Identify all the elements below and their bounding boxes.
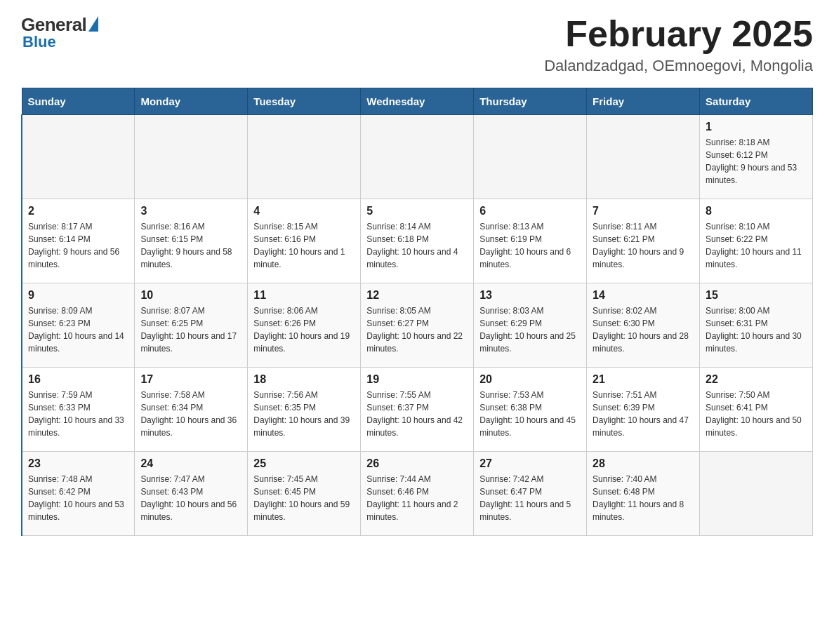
day-info: Sunrise: 7:51 AM Sunset: 6:39 PM Dayligh… (593, 389, 694, 439)
day-number: 22 (706, 373, 807, 386)
calendar-cell (248, 115, 361, 199)
day-header-tuesday: Tuesday (248, 88, 361, 115)
calendar-cell: 19Sunrise: 7:55 AM Sunset: 6:37 PM Dayli… (361, 368, 474, 452)
week-row-5: 23Sunrise: 7:48 AM Sunset: 6:42 PM Dayli… (22, 452, 813, 536)
calendar-cell: 12Sunrise: 8:05 AM Sunset: 6:27 PM Dayli… (361, 283, 474, 368)
day-info: Sunrise: 7:58 AM Sunset: 6:34 PM Dayligh… (140, 389, 241, 439)
day-number: 8 (706, 205, 807, 217)
day-header-monday: Monday (135, 88, 248, 115)
day-info: Sunrise: 8:03 AM Sunset: 6:29 PM Dayligh… (479, 304, 581, 355)
day-info: Sunrise: 7:40 AM Sunset: 6:48 PM Dayligh… (593, 473, 694, 523)
day-info: Sunrise: 7:53 AM Sunset: 6:38 PM Dayligh… (479, 389, 581, 439)
day-header-friday: Friday (587, 88, 700, 115)
day-number: 23 (28, 457, 128, 470)
day-header-sunday: Sunday (22, 88, 135, 115)
calendar-cell: 10Sunrise: 8:07 AM Sunset: 6:25 PM Dayli… (135, 283, 248, 368)
day-header-thursday: Thursday (474, 88, 587, 115)
day-number: 16 (28, 373, 128, 386)
day-number: 4 (253, 205, 355, 217)
calendar-cell: 17Sunrise: 7:58 AM Sunset: 6:34 PM Dayli… (135, 368, 248, 452)
day-info: Sunrise: 7:45 AM Sunset: 6:45 PM Dayligh… (253, 473, 355, 523)
day-number: 27 (479, 457, 581, 470)
day-number: 14 (593, 289, 694, 302)
day-number: 13 (479, 289, 581, 302)
day-info: Sunrise: 7:42 AM Sunset: 6:47 PM Dayligh… (479, 473, 581, 523)
day-number: 9 (28, 289, 128, 302)
calendar-header-row: SundayMondayTuesdayWednesdayThursdayFrid… (22, 88, 813, 115)
week-row-4: 16Sunrise: 7:59 AM Sunset: 6:33 PM Dayli… (22, 368, 813, 452)
day-info: Sunrise: 8:16 AM Sunset: 6:15 PM Dayligh… (140, 220, 241, 271)
day-number: 17 (140, 373, 241, 386)
day-info: Sunrise: 7:44 AM Sunset: 6:46 PM Dayligh… (366, 473, 468, 523)
day-number: 11 (253, 289, 355, 302)
day-info: Sunrise: 8:15 AM Sunset: 6:16 PM Dayligh… (253, 220, 355, 271)
calendar-cell: 4Sunrise: 8:15 AM Sunset: 6:16 PM Daylig… (248, 199, 361, 283)
calendar-cell: 23Sunrise: 7:48 AM Sunset: 6:42 PM Dayli… (22, 452, 135, 536)
week-row-2: 2Sunrise: 8:17 AM Sunset: 6:14 PM Daylig… (22, 199, 813, 283)
day-number: 20 (479, 373, 581, 386)
calendar-cell: 16Sunrise: 7:59 AM Sunset: 6:33 PM Dayli… (22, 368, 135, 452)
day-info: Sunrise: 8:14 AM Sunset: 6:18 PM Dayligh… (366, 220, 468, 271)
logo-triangle-icon (88, 16, 98, 32)
day-info: Sunrise: 8:09 AM Sunset: 6:23 PM Dayligh… (28, 304, 128, 355)
day-number: 3 (140, 205, 241, 217)
calendar-cell (700, 452, 813, 536)
calendar-cell: 28Sunrise: 7:40 AM Sunset: 6:48 PM Dayli… (587, 452, 700, 536)
day-number: 24 (140, 457, 241, 470)
calendar-cell: 22Sunrise: 7:50 AM Sunset: 6:41 PM Dayli… (700, 368, 813, 452)
day-info: Sunrise: 8:02 AM Sunset: 6:30 PM Dayligh… (593, 304, 694, 355)
calendar-cell: 24Sunrise: 7:47 AM Sunset: 6:43 PM Dayli… (135, 452, 248, 536)
calendar-table: SundayMondayTuesdayWednesdayThursdayFrid… (21, 88, 813, 536)
day-info: Sunrise: 8:10 AM Sunset: 6:22 PM Dayligh… (706, 220, 807, 271)
calendar-subtitle: Dalandzadgad, OEmnoegovi, Mongolia (544, 57, 813, 75)
day-number: 19 (366, 373, 468, 386)
calendar-cell: 2Sunrise: 8:17 AM Sunset: 6:14 PM Daylig… (22, 199, 135, 283)
week-row-1: 1Sunrise: 8:18 AM Sunset: 6:12 PM Daylig… (22, 115, 813, 199)
page-header: General Blue February 2025 Dalandzadgad,… (21, 14, 813, 75)
day-info: Sunrise: 8:05 AM Sunset: 6:27 PM Dayligh… (366, 304, 468, 355)
day-number: 2 (28, 205, 128, 217)
calendar-cell (587, 115, 700, 199)
day-info: Sunrise: 7:47 AM Sunset: 6:43 PM Dayligh… (140, 473, 241, 523)
week-row-3: 9Sunrise: 8:09 AM Sunset: 6:23 PM Daylig… (22, 283, 813, 368)
day-number: 7 (593, 205, 694, 217)
day-info: Sunrise: 8:11 AM Sunset: 6:21 PM Dayligh… (593, 220, 694, 271)
day-number: 6 (479, 205, 581, 217)
day-info: Sunrise: 8:18 AM Sunset: 6:12 PM Dayligh… (706, 136, 807, 187)
calendar-cell: 3Sunrise: 8:16 AM Sunset: 6:15 PM Daylig… (135, 199, 248, 283)
calendar-cell: 25Sunrise: 7:45 AM Sunset: 6:45 PM Dayli… (248, 452, 361, 536)
day-number: 12 (366, 289, 468, 302)
day-info: Sunrise: 7:50 AM Sunset: 6:41 PM Dayligh… (706, 389, 807, 439)
calendar-cell: 9Sunrise: 8:09 AM Sunset: 6:23 PM Daylig… (22, 283, 135, 368)
day-header-saturday: Saturday (700, 88, 813, 115)
calendar-cell: 1Sunrise: 8:18 AM Sunset: 6:12 PM Daylig… (700, 115, 813, 199)
day-number: 26 (366, 457, 468, 470)
calendar-cell: 27Sunrise: 7:42 AM Sunset: 6:47 PM Dayli… (474, 452, 587, 536)
calendar-cell (22, 115, 135, 199)
day-number: 18 (253, 373, 355, 386)
day-info: Sunrise: 8:13 AM Sunset: 6:19 PM Dayligh… (479, 220, 581, 271)
day-number: 1 (706, 121, 807, 133)
day-info: Sunrise: 7:56 AM Sunset: 6:35 PM Dayligh… (253, 389, 355, 439)
day-number: 21 (593, 373, 694, 386)
logo: General Blue (21, 14, 98, 51)
calendar-title: February 2025 (544, 14, 813, 54)
day-number: 28 (593, 457, 694, 470)
logo-blue-text: Blue (22, 33, 56, 51)
calendar-cell: 14Sunrise: 8:02 AM Sunset: 6:30 PM Dayli… (587, 283, 700, 368)
day-number: 10 (140, 289, 241, 302)
calendar-cell (135, 115, 248, 199)
day-header-wednesday: Wednesday (361, 88, 474, 115)
day-info: Sunrise: 8:00 AM Sunset: 6:31 PM Dayligh… (706, 304, 807, 355)
calendar-cell: 21Sunrise: 7:51 AM Sunset: 6:39 PM Dayli… (587, 368, 700, 452)
calendar-cell: 20Sunrise: 7:53 AM Sunset: 6:38 PM Dayli… (474, 368, 587, 452)
calendar-cell: 7Sunrise: 8:11 AM Sunset: 6:21 PM Daylig… (587, 199, 700, 283)
day-info: Sunrise: 7:59 AM Sunset: 6:33 PM Dayligh… (28, 389, 128, 439)
calendar-cell (474, 115, 587, 199)
calendar-cell: 8Sunrise: 8:10 AM Sunset: 6:22 PM Daylig… (700, 199, 813, 283)
calendar-cell: 26Sunrise: 7:44 AM Sunset: 6:46 PM Dayli… (361, 452, 474, 536)
day-number: 15 (706, 289, 807, 302)
day-info: Sunrise: 7:55 AM Sunset: 6:37 PM Dayligh… (366, 389, 468, 439)
day-info: Sunrise: 8:07 AM Sunset: 6:25 PM Dayligh… (140, 304, 241, 355)
day-info: Sunrise: 8:17 AM Sunset: 6:14 PM Dayligh… (28, 220, 128, 271)
